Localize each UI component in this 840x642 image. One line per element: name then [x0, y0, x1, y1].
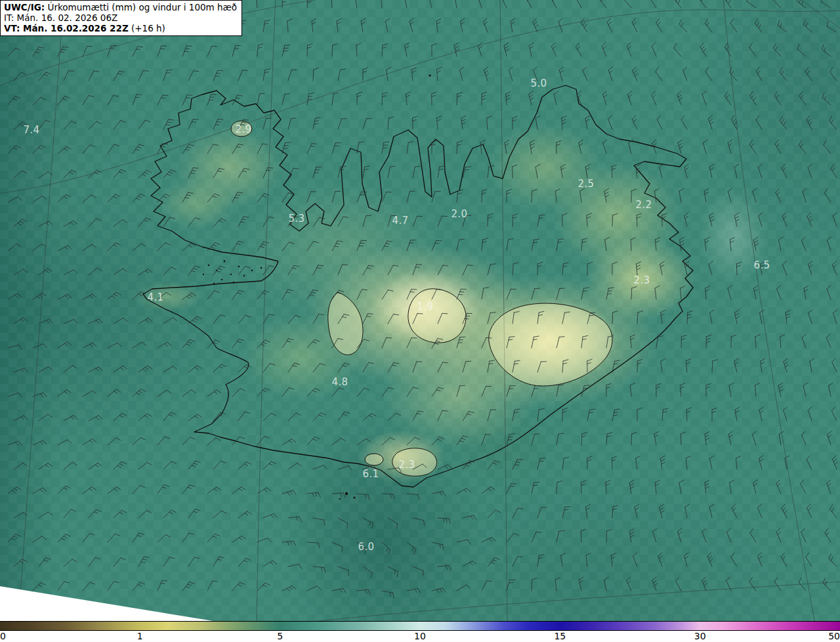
map-overlay-svg: [0, 0, 840, 621]
product-title-line: UWC/IG: Úrkomumætti (mm) og vindur i 100…: [4, 2, 237, 12]
map-edge-cutout: [0, 586, 221, 621]
glacier-outline: [408, 289, 466, 343]
colorbar-tick-label: 0: [0, 631, 6, 641]
colorbar-tick-label: 50: [828, 631, 840, 641]
parameter-title: Úrkomumætti (mm) og vindur i 100m hæð: [45, 2, 237, 12]
glacier-outlines: [231, 121, 612, 476]
glacier-outline: [392, 448, 437, 477]
colorbar-tick-label: 10: [414, 631, 426, 641]
title-box: UWC/IG: Úrkomumætti (mm) og vindur i 100…: [0, 0, 242, 36]
colorbar: 01510153050: [0, 621, 840, 642]
colorbar-tick-label: 1: [137, 631, 143, 641]
colorbar-tick-label: 30: [694, 631, 706, 641]
islands: [203, 74, 431, 500]
init-time-line: IT: Mán. 16. 02. 2026 06Z: [4, 12, 237, 23]
colorbar-tick-label: 5: [277, 631, 283, 641]
colorbar-ticks: 01510153050: [0, 631, 840, 642]
colorbar-gradient: [0, 621, 840, 631]
glacier-outline: [365, 454, 383, 465]
colorbar-tick-label: 15: [554, 631, 566, 641]
valid-time-suffix: (+16 h): [129, 23, 165, 33]
iceland-coastline: [143, 85, 693, 487]
weather-map: 7.42.95.02.52.25.34.72.06.52.34.11.94.82…: [0, 0, 840, 621]
product-label: UWC/IG:: [4, 2, 45, 12]
valid-time-line: VT: Mán. 16.02.2026 22Z (+16 h): [4, 23, 237, 33]
valid-time-bold: VT: Mán. 16.02.2026 22Z: [4, 23, 129, 33]
weather-map-screen: 7.42.95.02.52.25.34.72.06.52.34.11.94.82…: [0, 0, 840, 642]
